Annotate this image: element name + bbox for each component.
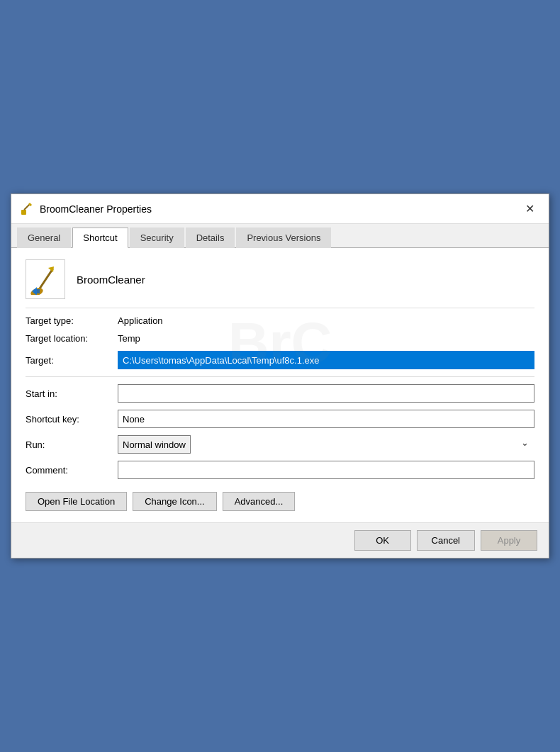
target-input[interactable] bbox=[118, 351, 534, 369]
start-in-input[interactable] bbox=[118, 384, 534, 403]
target-type-row: Target type: Application bbox=[26, 315, 534, 326]
start-in-label: Start in: bbox=[26, 388, 118, 399]
tab-content: BrC BroomCleaner Target type: bbox=[11, 248, 549, 522]
advanced-button[interactable]: Advanced... bbox=[223, 492, 296, 511]
tab-shortcut[interactable]: Shortcut bbox=[72, 228, 128, 248]
comment-row: Comment: bbox=[26, 461, 534, 479]
close-button[interactable]: ✕ bbox=[519, 199, 540, 219]
title-bar-icon bbox=[20, 202, 34, 216]
target-location-value: Temp bbox=[118, 333, 140, 344]
title-bar: BroomCleaner Properties ✕ bbox=[11, 194, 549, 224]
run-row: Run: Normal window Minimized Maximized bbox=[26, 435, 534, 454]
target-label: Target: bbox=[26, 355, 118, 366]
ok-button[interactable]: OK bbox=[354, 530, 411, 551]
tab-details[interactable]: Details bbox=[186, 228, 235, 248]
tab-previous-versions[interactable]: Previous Versions bbox=[236, 228, 331, 248]
target-type-label: Target type: bbox=[26, 315, 118, 326]
target-location-label: Target location: bbox=[26, 333, 118, 344]
target-type-value: Application bbox=[118, 315, 163, 326]
tab-general[interactable]: General bbox=[17, 228, 71, 248]
comment-input[interactable] bbox=[118, 461, 534, 479]
apply-button[interactable]: Apply bbox=[481, 530, 537, 551]
target-row: Target: bbox=[26, 351, 534, 369]
target-location-row: Target location: Temp bbox=[26, 333, 534, 344]
svg-line-1 bbox=[24, 204, 30, 210]
svg-line-4 bbox=[38, 269, 52, 291]
change-icon-button[interactable]: Change Icon... bbox=[133, 492, 217, 511]
title-bar-text: BroomCleaner Properties bbox=[40, 203, 519, 215]
footer: OK Cancel Apply bbox=[11, 522, 549, 558]
shortcut-key-label: Shortcut key: bbox=[26, 414, 118, 425]
app-name: BroomCleaner bbox=[77, 274, 145, 286]
app-header: BroomCleaner bbox=[26, 259, 534, 299]
tab-bar: General Shortcut Security Details Previo… bbox=[11, 224, 549, 248]
divider-mid bbox=[26, 376, 534, 377]
action-buttons: Open File Location Change Icon... Advanc… bbox=[26, 492, 534, 511]
shortcut-key-input[interactable] bbox=[118, 410, 534, 428]
shortcut-key-row: Shortcut key: bbox=[26, 410, 534, 428]
divider-top bbox=[26, 308, 534, 308]
start-in-row: Start in: bbox=[26, 384, 534, 403]
run-select[interactable]: Normal window Minimized Maximized bbox=[118, 435, 191, 454]
app-icon bbox=[26, 259, 65, 299]
properties-window: BroomCleaner Properties ✕ General Shortc… bbox=[11, 193, 549, 559]
svg-rect-0 bbox=[21, 210, 26, 215]
tab-security[interactable]: Security bbox=[130, 228, 184, 248]
run-label: Run: bbox=[26, 439, 118, 450]
run-select-wrapper: Normal window Minimized Maximized bbox=[118, 435, 534, 454]
cancel-button[interactable]: Cancel bbox=[417, 530, 475, 551]
open-file-location-button[interactable]: Open File Location bbox=[26, 492, 127, 511]
comment-label: Comment: bbox=[26, 465, 118, 476]
